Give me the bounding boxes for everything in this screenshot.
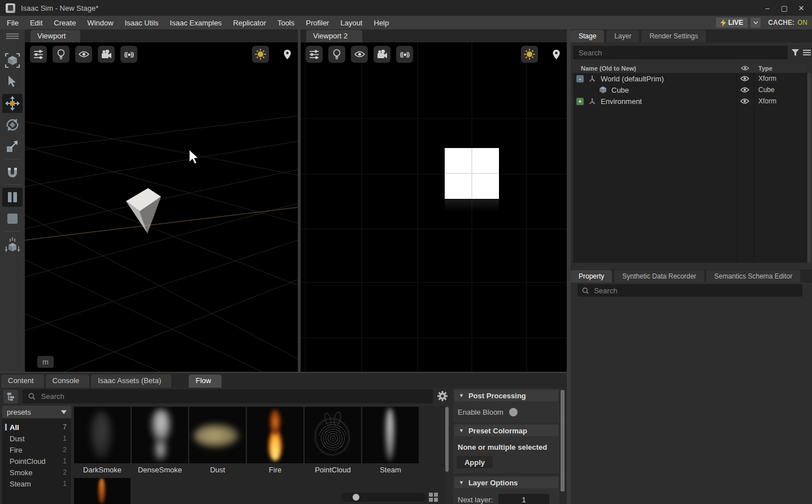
tab-property[interactable]: Property [571,270,612,283]
preset-item-fire[interactable]: Fire2 [2,444,71,455]
thumbnail-steam[interactable] [362,407,419,463]
menu-edit[interactable]: Edit [30,19,42,27]
flow-settings-gear-icon[interactable] [436,390,449,402]
menu-isaac-examples[interactable]: Isaac Examples [170,19,222,27]
tab-layer[interactable]: Layer [606,30,639,42]
maximize-button[interactable]: ▢ [776,2,793,14]
menu-create[interactable]: Create [54,19,76,27]
camera-icon[interactable] [98,46,115,63]
flow-search-input[interactable] [40,392,427,401]
visibility-column-icon[interactable] [741,66,749,71]
menu-isaac-utils[interactable]: Isaac Utils [125,19,159,27]
tree-row-cube[interactable]: Cube Cube [573,84,807,95]
menu-profiler[interactable]: Profiler [306,19,329,27]
preset-item-steam[interactable]: Steam1 [2,478,71,489]
select-mode-icon[interactable] [2,51,23,70]
pause-button[interactable] [2,188,23,207]
preset-item-pointcloud[interactable]: PointCloud1 [2,455,71,467]
minimize-button[interactable]: – [759,2,776,14]
property-search-input[interactable] [593,286,798,296]
grid-view-icon[interactable] [429,493,438,502]
enable-bloom-checkbox[interactable] [509,408,518,416]
presets-dropdown[interactable]: presets [2,406,71,418]
visibility-eye-icon[interactable] [351,46,368,63]
cube-mesh[interactable] [126,188,161,233]
tab-render-settings[interactable]: Render Settings [641,30,706,42]
eye-icon[interactable] [740,98,749,104]
flow-search[interactable] [23,389,433,403]
tree-row-world[interactable]: - World (defaultPrim) Xform [573,73,807,84]
camera-icon[interactable] [374,46,390,63]
signal-broadcast-icon[interactable]: ((●)) [396,46,413,63]
live-button[interactable]: LIVE [716,18,748,28]
preset-item-all[interactable]: All7 [2,422,71,433]
column-name-header[interactable]: Name (Old to New) [581,65,636,72]
column-type-header[interactable]: Type [758,65,772,72]
snap-tool-icon[interactable] [2,162,23,181]
stage-search[interactable] [573,46,788,59]
tab-flow[interactable]: Flow [189,375,221,388]
flow-options-scrollbar[interactable] [561,390,565,492]
tab-synthetic-data-recorder[interactable]: Synthetic Data Recorder [614,270,704,283]
menu-window[interactable]: Window [87,19,113,27]
cube-front-view[interactable] [445,148,499,199]
move-tool-icon[interactable] [2,94,23,113]
post-processing-header[interactable]: ▼ Post Processing [454,390,558,401]
tree-row-environment[interactable]: + Environment Xform [573,95,807,107]
lighting-icon[interactable] [328,46,345,63]
stage-search-input[interactable] [577,48,783,58]
viewport-1-tab[interactable]: Viewport [31,30,80,42]
menu-help[interactable]: Help [374,19,389,27]
right-panel-splitter[interactable] [567,29,571,504]
physics-drop-icon[interactable] [2,234,23,257]
live-dropdown-button[interactable] [750,18,761,28]
tab-stage[interactable]: Stage [571,30,604,42]
preset-colormap-header[interactable]: ▼ Preset Colormap [454,425,558,436]
menu-tools[interactable]: Tools [277,19,294,27]
signal-broadcast-icon[interactable]: ((●)) [120,46,137,63]
preset-item-dust[interactable]: Dust1 [2,433,71,444]
slider-handle[interactable] [353,494,359,501]
expand-icon[interactable]: + [576,98,584,105]
stop-button[interactable] [2,209,23,228]
thumbnail-scrollbar[interactable] [445,407,449,472]
scale-tool-icon[interactable] [2,137,23,156]
render-settings-icon[interactable] [306,46,323,63]
viewport-2-canvas[interactable]: ((●)) [301,42,567,372]
location-pin-icon[interactable] [548,46,565,63]
menu-replicator[interactable]: Replicator [233,19,266,27]
sun-light-icon[interactable] [521,46,538,63]
tab-content[interactable]: Content [1,375,44,388]
tab-console[interactable]: Console [46,375,90,388]
flow-tree-button[interactable] [3,390,18,403]
layer-options-header[interactable]: ▼ Layer Options [454,477,558,488]
menu-layout[interactable]: Layout [340,19,362,27]
location-pin-icon[interactable] [279,46,296,63]
thumbnail-pointcloud[interactable] [305,407,361,463]
next-layer-input[interactable] [498,494,549,504]
lighting-icon[interactable] [53,46,70,63]
stage-options-icon[interactable] [803,49,811,56]
eye-icon[interactable] [740,76,749,81]
thumbnail-dust[interactable] [189,407,246,463]
viewport-2-tab[interactable]: Viewport 2 [306,30,362,42]
eye-icon[interactable] [740,87,749,93]
visibility-eye-icon[interactable] [75,46,92,63]
property-search[interactable] [577,284,802,297]
render-settings-icon[interactable] [30,46,47,63]
thumbnail-fire[interactable] [247,407,303,463]
thumbnail-size-slider[interactable] [341,493,426,502]
thumbnail-tile[interactable] [74,478,131,504]
menu-file[interactable]: File [7,19,19,27]
stage-filter-icon[interactable] [791,49,800,57]
rotate-tool-icon[interactable] [2,115,23,134]
select-tool-icon[interactable] [2,72,23,92]
tab-semantics-schema-editor[interactable]: Semantics Schema Editor [706,270,800,283]
thumbnail-densesmoke[interactable] [132,407,188,463]
sun-light-icon[interactable] [252,46,269,63]
thumbnail-darksmoke[interactable] [74,407,131,463]
viewport-1-canvas[interactable]: ((●)) m [25,42,298,372]
toolbar-drag-handle[interactable] [2,31,23,42]
close-button[interactable]: ✕ [793,2,810,14]
preset-item-smoke[interactable]: Smoke2 [2,467,71,478]
